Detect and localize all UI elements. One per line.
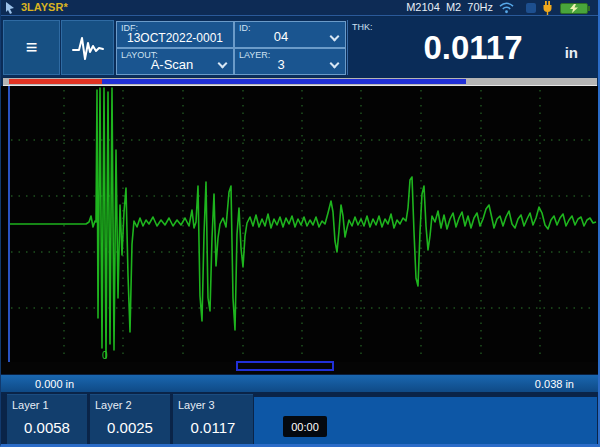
plot-left-border [8, 86, 10, 362]
layer-box-label: Layer 2 [95, 399, 132, 411]
menu-button[interactable]: ≡ [3, 20, 60, 75]
waveform-icon [71, 33, 105, 63]
gate-zero-marker: 0 [102, 350, 108, 361]
layer-box-value: 0.0058 [7, 419, 87, 436]
range-min: 0.000 in [35, 378, 74, 390]
a-scan-svg [1, 86, 600, 362]
app-pointer-icon [3, 1, 17, 15]
title-bar: 3LAYSR* M2104 M2 70Hz [1, 0, 598, 16]
id-dropdown[interactable]: ID: 04 [234, 21, 346, 48]
thk-label: THK: [352, 22, 373, 32]
timer-readout: 00:00 [283, 416, 327, 437]
layer-value: 3 [217, 57, 345, 72]
gate-segment [9, 79, 102, 84]
id-value: 04 [217, 29, 345, 44]
file-title: 3LAYSR* [21, 1, 68, 13]
gate-segment [102, 79, 466, 84]
battery-charging-icon [560, 3, 588, 14]
idf-value: 13OCT2022-0001 [117, 31, 233, 45]
layer-box: Layer 20.0025 [90, 394, 170, 445]
range-scale-bar: 0.000 in 0.038 in [1, 374, 598, 392]
layer-box-label: Layer 1 [12, 399, 49, 411]
layer-box-label: Layer 3 [178, 399, 215, 411]
thickness-readout: THK: 0.0117 in [347, 20, 598, 75]
measurement-gate-outline [236, 361, 334, 371]
layer-box-value: 0.0117 [173, 419, 253, 436]
header-bar: ≡ IDF: 13OCT2022-0001 ID: 04 LAYOUT: A-S… [1, 17, 598, 77]
wifi-icon [499, 2, 514, 14]
thk-value: 0.0117 [378, 29, 568, 67]
ascan-view-button[interactable] [61, 20, 114, 75]
power-plug-icon [541, 1, 554, 15]
bottom-blue-panel: 00:00 [254, 397, 597, 445]
layer-dropdown[interactable]: LAYER: 3 [234, 48, 346, 75]
a-scan-plot [1, 86, 600, 362]
gauge-screen: 3LAYSR* M2104 M2 70Hz ≡ IDF: [0, 0, 600, 447]
thk-unit: in [565, 44, 578, 61]
layer-box: Layer 10.0058 [7, 394, 87, 445]
hamburger-icon: ≡ [26, 36, 38, 59]
status-readout: M2104 M2 70Hz [406, 1, 493, 13]
status-indicator [526, 3, 536, 13]
range-max: 0.038 in [535, 378, 574, 390]
layer-box: Layer 30.0117 [173, 394, 253, 445]
layout-value: A-Scan [111, 57, 233, 72]
top-gate-bar [3, 78, 597, 86]
bottom-panel: Layer 10.0058Layer 20.0025Layer 30.0117 … [1, 392, 598, 447]
layer-box-value: 0.0025 [90, 419, 170, 436]
